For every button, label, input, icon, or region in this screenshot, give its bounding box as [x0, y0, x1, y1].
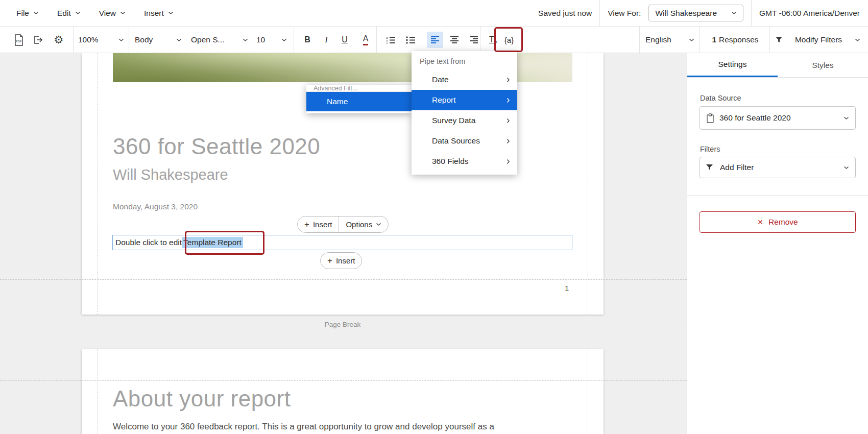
bullet-list-button[interactable] — [401, 27, 420, 53]
export-icon — [33, 35, 43, 44]
underline-icon: U — [342, 35, 348, 44]
menu-bar-left: File Edit View Insert — [16, 0, 174, 26]
divider — [769, 27, 770, 53]
text-block-placeholder: Double click to edit — [115, 238, 182, 247]
page2-body-text[interactable]: Welcome to your 360 feedback report. Thi… — [113, 422, 562, 432]
remove-button-label: Remove — [768, 218, 798, 227]
view-for-select[interactable]: Will Shakespeare — [648, 5, 743, 21]
annotation-box-template-report — [185, 231, 264, 255]
filters-label: Filters — [700, 145, 720, 153]
export-button[interactable] — [30, 27, 47, 53]
align-center-icon — [446, 32, 463, 48]
pipe-menu-item-report[interactable]: Report — [412, 90, 517, 110]
pipe-menu-item-report-label: Report — [432, 95, 456, 105]
divider — [73, 27, 74, 53]
divider — [639, 27, 640, 53]
filter-funnel-icon — [706, 164, 713, 171]
font-family-select[interactable]: Open S... — [191, 27, 248, 53]
underline-button[interactable]: U — [335, 27, 354, 53]
chevron-down-icon — [33, 11, 39, 15]
responses-count-value: 1 — [712, 35, 716, 44]
tab-settings[interactable]: Settings — [687, 53, 778, 77]
font-size-value: 10 — [256, 35, 265, 44]
zoom-select[interactable]: 100% — [78, 27, 124, 53]
menu-view-label: View — [99, 9, 116, 18]
report-title[interactable]: 360 for Seattle 2020 — [113, 134, 320, 159]
pipe-menu-item-survey-data[interactable]: Survey Data — [412, 110, 517, 131]
remove-button[interactable]: ✕ Remove — [700, 211, 856, 233]
insert-block-button[interactable]: + Insert — [321, 253, 361, 269]
language-value: English — [645, 35, 671, 44]
report-date[interactable]: Monday, August 3, 2020 — [113, 202, 198, 211]
pipe-menu-item-data-sources[interactable]: Data Sources — [412, 131, 517, 151]
sidebar-tabs: Settings Styles — [687, 53, 868, 78]
pipe-menu-item-date[interactable]: Date — [412, 69, 517, 90]
svg-text:PDF: PDF — [16, 40, 22, 43]
margin-guide — [0, 380, 687, 381]
bold-button[interactable]: B — [298, 27, 317, 53]
insert-button[interactable]: + Insert — [298, 216, 339, 232]
menu-bar-right: Saved just now View For: Will Shakespear… — [538, 0, 860, 26]
page2-title[interactable]: About your report — [113, 386, 291, 412]
submenu-item-name[interactable]: Name — [306, 92, 412, 111]
italic-icon: I — [325, 35, 328, 45]
partially-hidden-item: Advanced Filt... — [306, 85, 412, 92]
pipe-menu-header: Pipe text from — [412, 53, 517, 69]
chevron-right-icon — [507, 98, 510, 103]
bold-icon: B — [304, 35, 310, 44]
align-left-button[interactable] — [426, 27, 444, 53]
chevron-down-icon — [118, 38, 124, 42]
pipe-menu-item-date-label: Date — [432, 75, 449, 84]
gear-icon: ⚙ — [54, 34, 64, 46]
divider — [294, 27, 294, 53]
font-family-value: Open S... — [191, 35, 224, 44]
data-source-label: Data Source — [700, 94, 741, 102]
pdf-icon: PDF — [14, 34, 24, 46]
pipe-menu-item-360-fields[interactable]: 360 Fields — [412, 151, 517, 172]
ordered-list-button[interactable] — [381, 27, 400, 53]
menu-insert[interactable]: Insert — [144, 9, 174, 18]
tab-styles[interactable]: Styles — [778, 53, 868, 77]
chevron-right-icon — [507, 138, 510, 144]
language-select[interactable]: English — [645, 27, 694, 53]
report-subtitle[interactable]: Will Shakespeare — [113, 166, 228, 183]
responses-count-label: Responses — [719, 35, 759, 44]
chevron-right-icon — [507, 77, 510, 83]
menu-view[interactable]: View — [99, 9, 126, 18]
menu-edit-label: Edit — [57, 9, 71, 18]
plus-icon: + — [327, 256, 332, 265]
divider — [699, 27, 700, 53]
paragraph-style-select[interactable]: Body — [135, 27, 182, 53]
modify-filters-button[interactable]: Modify Filters — [776, 27, 860, 53]
paragraph-style-value: Body — [135, 35, 153, 44]
chevron-down-icon — [176, 38, 182, 42]
settings-gear-button[interactable]: ⚙ — [50, 27, 67, 53]
page-number: 1 — [565, 284, 569, 293]
insert-button-label: Insert — [313, 220, 332, 229]
export-pdf-button[interactable]: PDF — [10, 27, 28, 53]
menu-bar: File Edit View Insert Saved just now Vie… — [0, 0, 868, 27]
add-filter-button[interactable]: Add Filter — [700, 157, 856, 178]
font-color-button[interactable]: A — [355, 27, 376, 53]
data-source-select[interactable]: 360 for Seattle 2020 — [700, 106, 856, 130]
chevron-down-icon — [376, 223, 381, 226]
menu-file[interactable]: File — [16, 9, 39, 18]
margin-guide — [98, 349, 98, 434]
align-center-button[interactable] — [445, 27, 464, 53]
margin-guide — [588, 349, 588, 434]
chevron-right-icon — [507, 159, 510, 164]
options-button[interactable]: Options — [339, 216, 388, 232]
timezone-label: GMT -06:00 America/Denver — [759, 9, 860, 18]
divider — [376, 27, 377, 53]
margin-guide — [588, 53, 588, 315]
divider — [422, 27, 422, 53]
saved-status: Saved just now — [538, 9, 592, 18]
italic-button[interactable]: I — [317, 27, 335, 53]
menu-edit[interactable]: Edit — [57, 9, 81, 18]
pipe-menu-item-data-sources-label: Data Sources — [432, 136, 480, 146]
clipboard-icon — [706, 113, 714, 123]
chevron-down-icon — [855, 38, 860, 42]
font-size-select[interactable]: 10 — [256, 27, 287, 53]
text-block[interactable]: Double click to edit Template Report — [112, 235, 572, 250]
insert-block-button-wrap: + Insert — [320, 252, 362, 269]
